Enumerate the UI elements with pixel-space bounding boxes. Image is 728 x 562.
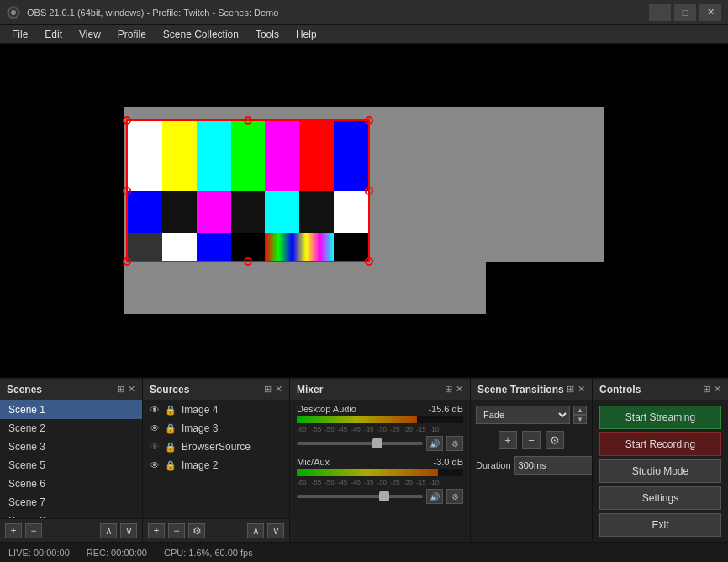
scenes-up-button[interactable]: ∧ xyxy=(100,523,117,538)
scenes-panel-icons: ⊞ ✕ xyxy=(117,384,135,395)
sources-add-button[interactable]: + xyxy=(148,523,165,538)
mic-aux-meter xyxy=(297,469,463,476)
handle-mr[interactable] xyxy=(365,187,373,195)
menu-file[interactable]: File xyxy=(3,25,36,43)
transition-settings-button[interactable]: ⚙ xyxy=(546,431,564,449)
close-button[interactable]: ✕ xyxy=(699,4,721,21)
scene-item-2[interactable]: Scene 2 xyxy=(0,419,142,437)
menu-tools[interactable]: Tools xyxy=(247,25,288,43)
duration-input[interactable] xyxy=(514,456,592,475)
handle-ml[interactable] xyxy=(123,187,131,195)
transition-add-button[interactable]: + xyxy=(499,431,517,449)
maximize-button[interactable]: □ xyxy=(674,4,696,21)
preview-canvas xyxy=(0,44,728,377)
desktop-audio-controls: 🔊 ⚙ xyxy=(297,436,463,451)
source-lock-browser[interactable]: 🔒 xyxy=(165,442,177,453)
mic-aux-db: -3.0 dB xyxy=(434,457,463,467)
color-bars xyxy=(126,119,370,262)
menu-edit[interactable]: Edit xyxy=(36,25,71,43)
menu-help[interactable]: Help xyxy=(288,25,325,43)
scenes-remove-button[interactable]: − xyxy=(25,523,42,538)
settings-button[interactable]: Settings xyxy=(599,486,721,510)
menubar: File Edit View Profile Scene Collection … xyxy=(0,25,728,44)
handle-tl[interactable] xyxy=(123,116,131,125)
source-eye-image2[interactable]: 👁 xyxy=(150,459,160,471)
source-lock-image3[interactable]: 🔒 xyxy=(165,423,177,434)
mixer-close-icon[interactable]: ✕ xyxy=(456,384,463,395)
source-browsersource[interactable]: 👁 🔒 BrowserSource xyxy=(143,437,289,456)
menu-profile[interactable]: Profile xyxy=(109,25,155,43)
transition-spin-down[interactable]: ▼ xyxy=(573,415,587,424)
rec-status: REC: 00:00:00 xyxy=(87,548,147,558)
controls-close-icon[interactable]: ✕ xyxy=(714,384,721,395)
sources-up-button[interactable]: ∧ xyxy=(247,523,264,538)
controls-buttons: Start Streaming Start Recording Studio M… xyxy=(593,400,728,542)
transition-remove-button[interactable]: − xyxy=(522,431,541,449)
studio-mode-button[interactable]: Studio Mode xyxy=(599,459,721,483)
mic-aux-settings[interactable]: ⚙ xyxy=(446,489,463,504)
mixer-panel-icons: ⊞ ✕ xyxy=(445,384,463,395)
exit-button[interactable]: Exit xyxy=(599,513,721,537)
transition-spin-up[interactable]: ▲ xyxy=(573,406,587,415)
scenes-panel-header: Scenes ⊞ ✕ xyxy=(0,379,142,400)
scene-item-1[interactable]: Scene 1 xyxy=(0,400,142,419)
scene-item-5[interactable]: Scene 5 xyxy=(0,456,142,475)
minimize-button[interactable]: ─ xyxy=(649,4,671,21)
mic-aux-controls: 🔊 ⚙ xyxy=(297,489,463,504)
source-eye-image4[interactable]: 👁 xyxy=(150,404,160,416)
source-image2[interactable]: 👁 🔒 Image 2 xyxy=(143,456,289,475)
transitions-config-icon[interactable]: ⊞ xyxy=(567,384,574,395)
sources-list: 👁 🔒 Image 4 👁 🔒 Image 3 👁 🔒 BrowserSourc… xyxy=(143,400,289,518)
transitions-content: Fade Cut Swipe ▲ ▼ + − ⚙ Duration xyxy=(471,400,592,542)
source-eye-browser[interactable]: 👁 xyxy=(150,441,160,453)
mixer-tracks: Desktop Audio -15.6 dB -60-55-50-45-40-3… xyxy=(290,400,470,542)
mixer-panel-header: Mixer ⊞ ✕ xyxy=(290,379,470,400)
scene-item-3[interactable]: Scene 3 xyxy=(0,437,142,456)
menu-view[interactable]: View xyxy=(71,25,109,43)
controls-title: Controls xyxy=(599,384,641,395)
handle-tc[interactable] xyxy=(244,116,252,125)
start-streaming-button[interactable]: Start Streaming xyxy=(599,406,721,429)
source-lock-image4[interactable]: 🔒 xyxy=(165,405,177,416)
source-name-image3: Image 3 xyxy=(182,422,282,434)
transitions-panel-header: Scene Transitions ⊞ ✕ xyxy=(471,379,592,400)
sources-close-icon[interactable]: ✕ xyxy=(275,384,282,395)
scenes-config-icon[interactable]: ⊞ xyxy=(117,384,124,395)
desktop-audio-settings[interactable]: ⚙ xyxy=(446,436,463,451)
scenes-close-icon[interactable]: ✕ xyxy=(128,384,135,395)
black-top xyxy=(124,44,604,107)
menu-scene-collection[interactable]: Scene Collection xyxy=(155,25,247,43)
mixer-title: Mixer xyxy=(297,384,323,395)
scene-item-7[interactable]: Scene 7 xyxy=(0,493,142,512)
scene-item-6[interactable]: Scene 6 xyxy=(0,475,142,493)
sources-settings-button[interactable]: ⚙ xyxy=(188,523,205,538)
handle-bl[interactable] xyxy=(123,257,131,266)
mixer-panel: Mixer ⊞ ✕ Desktop Audio -15.6 dB xyxy=(290,379,471,542)
scenes-down-button[interactable]: ∨ xyxy=(120,523,137,538)
sources-panel-header: Sources ⊞ ✕ xyxy=(143,379,289,400)
sources-down-button[interactable]: ∨ xyxy=(267,523,284,538)
source-image4[interactable]: 👁 🔒 Image 4 xyxy=(143,400,289,419)
mixer-config-icon[interactable]: ⊞ xyxy=(445,384,452,395)
desktop-audio-fader-thumb[interactable] xyxy=(372,438,382,448)
source-eye-image3[interactable]: 👁 xyxy=(150,422,160,434)
desktop-audio-fader[interactable] xyxy=(297,442,423,445)
handle-tr[interactable] xyxy=(365,116,373,125)
mic-aux-fader[interactable] xyxy=(297,495,423,498)
handle-br[interactable] xyxy=(365,257,373,266)
start-recording-button[interactable]: Start Recording xyxy=(599,432,721,456)
sources-remove-button[interactable]: − xyxy=(168,523,185,538)
mic-aux-fader-thumb[interactable] xyxy=(379,491,389,501)
scenes-add-button[interactable]: + xyxy=(5,523,22,538)
source-image3[interactable]: 👁 🔒 Image 3 xyxy=(143,419,289,437)
transition-type-select[interactable]: Fade Cut Swipe xyxy=(476,406,570,424)
scene-item-8[interactable]: Scene 8 xyxy=(0,512,142,518)
desktop-audio-mute[interactable]: 🔊 xyxy=(426,436,443,451)
handle-bc[interactable] xyxy=(244,257,252,266)
controls-config-icon[interactable]: ⊞ xyxy=(703,384,710,395)
source-lock-image2[interactable]: 🔒 xyxy=(165,460,177,471)
sources-config-icon[interactable]: ⊞ xyxy=(264,384,272,395)
obs-icon xyxy=(7,6,20,19)
transitions-close-icon[interactable]: ✕ xyxy=(578,384,585,395)
mic-aux-mute[interactable]: 🔊 xyxy=(426,489,443,504)
